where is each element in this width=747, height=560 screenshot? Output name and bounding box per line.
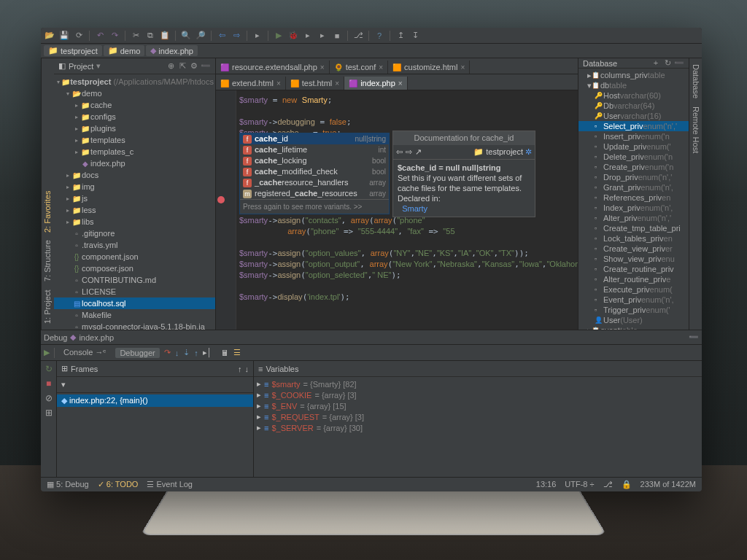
- breakpoint-icon[interactable]: [217, 196, 225, 203]
- variable-row[interactable]: ▸≡$_COOKIE = {array} [3]: [254, 389, 702, 400]
- tree-item[interactable]: ▸📁cache: [54, 99, 215, 111]
- save-all-icon[interactable]: 💾: [58, 30, 70, 42]
- crumb[interactable]: ◆index.php: [146, 45, 198, 56]
- code-editor[interactable]: $smarty = new Smarty; $smarty->debugging…: [216, 90, 578, 330]
- editor-tab[interactable]: 🟧extend.html×: [216, 77, 286, 90]
- db-tree-item[interactable]: 🔑Db varchar(64): [578, 101, 689, 111]
- layout-icon[interactable]: ⊞: [45, 408, 53, 418]
- close-icon[interactable]: ×: [335, 79, 339, 88]
- tree-item[interactable]: ◆index.php: [54, 158, 215, 169]
- tree-item[interactable]: ▸📁less: [54, 204, 215, 216]
- doc-forward-icon[interactable]: ⇨: [406, 147, 412, 158]
- editor-tab[interactable]: 🟪index.php×: [344, 77, 408, 90]
- db-tree-item[interactable]: ▫Insert_priv enum('n: [578, 131, 689, 141]
- gutter-tab-project[interactable]: 1: Project: [43, 287, 52, 327]
- vcs-icon[interactable]: ⎇: [352, 30, 364, 42]
- step-out-icon[interactable]: ↑: [194, 349, 198, 357]
- tree-item[interactable]: ▫Makefile: [54, 309, 215, 321]
- crumb[interactable]: 📁demo: [104, 45, 145, 56]
- status-lock-icon[interactable]: 🔒: [622, 480, 632, 489]
- debug-icon[interactable]: 🐞: [287, 30, 299, 42]
- refresh-icon[interactable]: ↻: [662, 58, 673, 68]
- tree-item[interactable]: ▸📁templates: [54, 134, 215, 146]
- paste-icon[interactable]: 📋: [159, 30, 171, 42]
- gutter-tab-structure[interactable]: 7: Structure: [43, 238, 52, 285]
- console-tab[interactable]: Console →ᵉ: [59, 347, 111, 358]
- status-todo[interactable]: ✓ 6: TODO: [98, 480, 139, 489]
- stop-icon[interactable]: ■: [331, 30, 343, 42]
- completion-item[interactable]: mregistered_cache_resourcesarray: [240, 188, 389, 199]
- db-tree-item[interactable]: ▫Alter_priv enum('n',': [578, 213, 689, 223]
- tree-item[interactable]: ▤localhost.sql: [54, 298, 215, 309]
- resume-icon[interactable]: ▶: [44, 348, 50, 357]
- debugger-tab[interactable]: Debugger: [115, 348, 159, 358]
- gear-icon[interactable]: ✲: [525, 147, 532, 158]
- completion-item[interactable]: f_cacheresource_handlersarray: [240, 177, 389, 188]
- next-frame-icon[interactable]: ↓: [245, 365, 249, 373]
- hide-icon[interactable]: ➖: [201, 61, 211, 71]
- db-tree-item[interactable]: ▫Create_view_priv er: [578, 244, 689, 254]
- forward-icon[interactable]: ⇨: [231, 30, 242, 42]
- force-step-icon[interactable]: ⇣: [183, 348, 190, 357]
- db-tree-item[interactable]: ▫Create_priv enum('n: [578, 162, 689, 172]
- doc-back-icon[interactable]: ⇦: [396, 147, 403, 158]
- db-tree-item[interactable]: ▫Delete_priv enum('n: [578, 152, 689, 162]
- tree-item[interactable]: ▫mysql-connector-java-5.1.18-bin.ja: [54, 321, 215, 330]
- completion-item[interactable]: fcache_lifetimeint: [240, 144, 389, 155]
- step-over-icon[interactable]: ↷: [164, 348, 171, 357]
- completion-item[interactable]: fcache_modified_checkbool: [240, 166, 389, 177]
- doc-link[interactable]: Smarty: [402, 204, 427, 213]
- completion-item[interactable]: fcache_lockingbool: [240, 155, 389, 166]
- deploy-icon[interactable]: ↥: [395, 30, 406, 42]
- db-tree-item[interactable]: ▫References_priv en: [578, 192, 689, 203]
- variable-row[interactable]: ▸≡$_ENV = {array} [15]: [254, 400, 702, 411]
- tree-root[interactable]: ▾📁 testproject (/Applications/MAMP/htdoc…: [54, 76, 215, 88]
- tree-item[interactable]: {}composer.json: [54, 262, 215, 274]
- run-to-cursor-icon[interactable]: ▸│: [203, 348, 212, 357]
- thread-selector[interactable]: ▾: [57, 377, 253, 393]
- status-git-icon[interactable]: ⎇: [603, 480, 613, 489]
- variable-row[interactable]: ▸≡$smarty = {Smarty} [82]: [254, 378, 702, 389]
- tree-item[interactable]: ▾📂demo: [54, 88, 215, 99]
- settings-icon[interactable]: ?: [374, 30, 385, 42]
- stop-icon[interactable]: ■: [46, 378, 51, 389]
- tree-item[interactable]: ▫.travis.yml: [54, 239, 215, 251]
- completion-item[interactable]: f cache_idnull|string: [240, 133, 389, 144]
- status-encoding[interactable]: UTF-8 ÷: [565, 480, 594, 489]
- close-icon[interactable]: ×: [398, 79, 403, 88]
- db-tree-item[interactable]: 👤User (User): [578, 315, 689, 325]
- db-tree-item[interactable]: ▫Update_priv enum(': [578, 141, 689, 152]
- close-icon[interactable]: ×: [276, 79, 281, 88]
- db-tree-item[interactable]: 🔑Host varchar(60): [578, 90, 689, 101]
- editor-tab[interactable]: 🟧test.html×: [286, 77, 344, 90]
- copy-icon[interactable]: ⧉: [144, 30, 156, 42]
- rerun-icon[interactable]: ↻: [45, 364, 53, 374]
- hide-icon[interactable]: ➖: [674, 58, 684, 68]
- build-icon[interactable]: ▸: [252, 30, 263, 42]
- db-tree-item[interactable]: ▫Index_priv enum('n',: [578, 203, 689, 213]
- db-tree-item[interactable]: ▫Create_routine_priv: [578, 264, 689, 274]
- download-icon[interactable]: ↧: [409, 30, 421, 42]
- tree-item[interactable]: ▫.gitignore: [54, 228, 215, 239]
- run-icon[interactable]: ▶: [273, 30, 285, 42]
- view-bp-icon[interactable]: ⊘: [45, 393, 53, 403]
- status-eventlog[interactable]: ☰ Event Log: [147, 480, 193, 489]
- db-tree-item[interactable]: ▫Create_tmp_table_pri: [578, 223, 689, 233]
- db-tree-item[interactable]: ▫Alter_routine_priv e: [578, 274, 689, 284]
- replace-icon[interactable]: 🔎: [195, 30, 206, 42]
- db-tree-item[interactable]: ▾📋db table: [578, 80, 689, 90]
- redo-icon[interactable]: ↷: [109, 30, 120, 42]
- evaluate-icon[interactable]: 🖩: [221, 349, 229, 357]
- variable-row[interactable]: ▸≡$_SERVER = {array} [30]: [254, 422, 702, 433]
- open-icon[interactable]: 📂: [44, 30, 55, 42]
- db-tree-item[interactable]: ▫Select_priv enum('n',': [578, 121, 689, 131]
- tree-item[interactable]: ▸📁configs: [54, 111, 215, 122]
- gutter-tab-remote[interactable]: Remote Host: [692, 104, 700, 156]
- stack-frame[interactable]: ◆ index.php:22, {main}(): [57, 394, 253, 407]
- db-tree-item[interactable]: ▫Drop_priv enum('n',': [578, 172, 689, 182]
- tree-item[interactable]: ▫LICENSE: [54, 286, 215, 298]
- close-icon[interactable]: ×: [460, 63, 465, 71]
- tree-item[interactable]: ▸📁libs: [54, 216, 215, 228]
- cut-icon[interactable]: ✂: [130, 30, 142, 42]
- db-tree-item[interactable]: ▸📋columns_priv table: [578, 70, 689, 80]
